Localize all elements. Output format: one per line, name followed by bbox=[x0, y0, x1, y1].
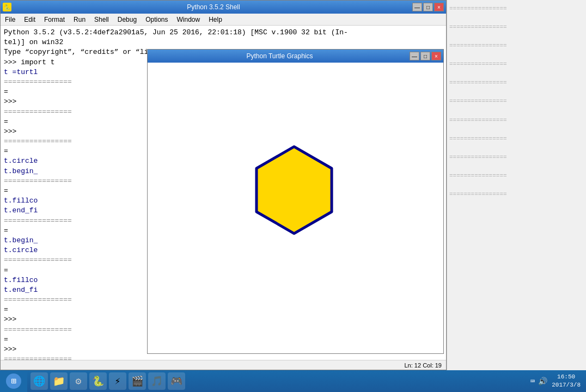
menu-help[interactable]: Help bbox=[204, 14, 227, 25]
keyboard-icon: ⌨ bbox=[530, 377, 535, 386]
settings-icon: ⚙ bbox=[76, 375, 82, 387]
taskbar-items: 🌐 📁 ⚙ 🐍 ⚡ 🎬 🎵 🎮 bbox=[27, 372, 525, 390]
clock-time: 16:50 bbox=[552, 373, 581, 381]
turtle-titlebar-buttons: — □ × bbox=[410, 52, 441, 60]
taskbar-app8-icon[interactable]: 🎮 bbox=[168, 372, 185, 390]
taskbar-system-icons: ⌨ 🔊 bbox=[530, 377, 547, 386]
taskbar-music-icon[interactable]: 🎵 bbox=[148, 372, 166, 390]
menu-options[interactable]: Options bbox=[141, 14, 172, 25]
python-icon: 🐍 bbox=[92, 375, 104, 387]
menu-debug[interactable]: Debug bbox=[113, 14, 141, 25]
clock-date: 2017/3/8 bbox=[552, 381, 581, 389]
start-button[interactable]: ⊞ bbox=[0, 370, 27, 392]
flash-icon: ⚡ bbox=[115, 375, 121, 387]
shell-title: Python 3.5.2 Shell bbox=[15, 3, 412, 11]
right-panel: ================ ================ ======… bbox=[447, 0, 586, 370]
taskbar-explorer-icon[interactable]: 📁 bbox=[50, 372, 68, 390]
taskbar-clock: 16:50 2017/3/8 bbox=[552, 373, 581, 390]
shell-minimize-button[interactable]: — bbox=[412, 3, 422, 11]
line-col-indicator: Ln: 12 Col: 19 bbox=[405, 362, 442, 369]
turtle-canvas bbox=[148, 63, 443, 353]
shell-icon: 🐍 bbox=[3, 3, 11, 11]
turtle-window: Python Turtle Graphics — □ × bbox=[147, 49, 444, 354]
taskbar-right: ⌨ 🔊 16:50 2017/3/8 bbox=[525, 373, 586, 390]
turtle-titlebar: Python Turtle Graphics — □ × bbox=[148, 50, 443, 63]
taskbar: ⊞ 🌐 📁 ⚙ 🐍 ⚡ 🎬 🎵 🎮 ⌨ 🔊 bbox=[0, 370, 586, 392]
taskbar-settings-icon[interactable]: ⚙ bbox=[70, 372, 87, 390]
taskbar-ie-icon[interactable]: 🌐 bbox=[30, 372, 48, 390]
explorer-icon: 📁 bbox=[53, 375, 65, 387]
turtle-drawing bbox=[148, 63, 443, 353]
taskbar-media-icon[interactable]: 🎬 bbox=[129, 372, 146, 390]
music-icon: 🎵 bbox=[151, 375, 163, 387]
taskbar-flash-icon[interactable]: ⚡ bbox=[109, 372, 126, 390]
shell-titlebar-buttons: — □ × bbox=[412, 3, 444, 11]
menu-shell[interactable]: Shell bbox=[90, 14, 113, 25]
turtle-minimize-button[interactable]: — bbox=[410, 52, 419, 60]
ie-icon: 🌐 bbox=[33, 375, 45, 387]
shell-close-button[interactable]: × bbox=[434, 3, 444, 11]
svg-marker-0 bbox=[257, 146, 332, 233]
menu-run[interactable]: Run bbox=[69, 14, 90, 25]
turtle-title: Python Turtle Graphics bbox=[150, 52, 410, 60]
turtle-close-button[interactable]: × bbox=[431, 52, 441, 60]
taskbar-python-icon[interactable]: 🐍 bbox=[89, 372, 107, 390]
media-icon: 🎬 bbox=[131, 375, 143, 387]
shell-restore-button[interactable]: □ bbox=[423, 3, 433, 11]
shell-titlebar: 🐍 Python 3.5.2 Shell — □ × bbox=[1, 1, 446, 14]
menu-window[interactable]: Window bbox=[172, 14, 204, 25]
menu-file[interactable]: File bbox=[1, 14, 20, 25]
turtle-restore-button[interactable]: □ bbox=[420, 52, 430, 60]
windows-icon: ⊞ bbox=[6, 373, 21, 389]
menu-edit[interactable]: Edit bbox=[20, 14, 40, 25]
app8-icon: 🎮 bbox=[170, 375, 182, 387]
shell-statusbar: Ln: 12 Col: 19 bbox=[1, 360, 446, 370]
menu-format[interactable]: Format bbox=[40, 14, 69, 25]
shell-menubar: File Edit Format Run Shell Debug Options… bbox=[1, 14, 446, 26]
right-dashes: ================ ================ ======… bbox=[447, 0, 586, 204]
sound-icon: 🔊 bbox=[538, 377, 547, 386]
